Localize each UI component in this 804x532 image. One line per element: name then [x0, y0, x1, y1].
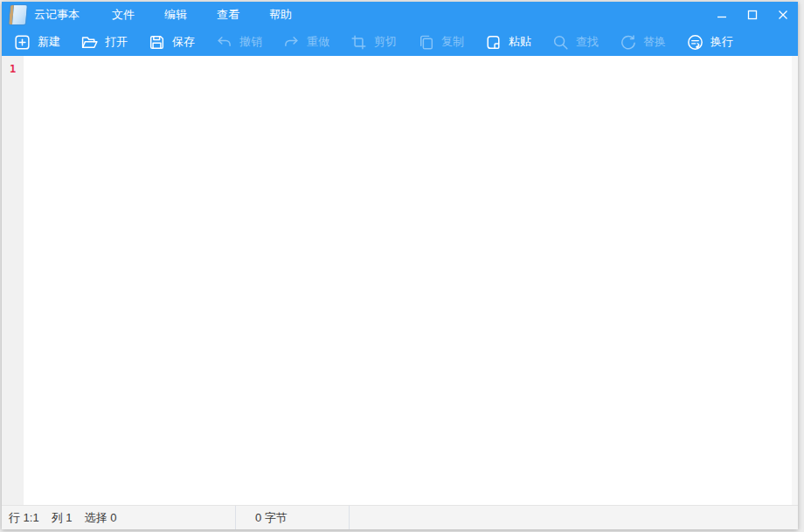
- status-selection: 选择 0: [85, 510, 117, 526]
- find-icon: [551, 33, 570, 52]
- wrap-button[interactable]: 换行: [686, 33, 733, 52]
- undo-button[interactable]: 撤销: [215, 33, 262, 52]
- line-number-gutter: 1: [2, 56, 24, 505]
- copy-button[interactable]: 复制: [417, 33, 464, 52]
- status-column: 列 1: [52, 510, 73, 526]
- minimize-button[interactable]: [706, 2, 737, 28]
- save-button-label: 保存: [172, 34, 195, 50]
- find-button-label: 查找: [576, 34, 599, 50]
- cut-button-label: 剪切: [374, 34, 397, 50]
- copy-icon: [417, 33, 435, 52]
- open-button[interactable]: 打开: [80, 33, 128, 52]
- vertical-scrollbar[interactable]: [792, 56, 798, 505]
- statusbar-bytes-section: 0 字节: [236, 506, 350, 529]
- window-controls: [706, 2, 798, 28]
- redo-icon: [282, 33, 301, 52]
- open-button-label: 打开: [105, 34, 128, 50]
- cut-icon: [350, 33, 368, 52]
- new-button[interactable]: 新建: [13, 33, 60, 52]
- redo-button-label: 重做: [307, 34, 329, 50]
- statusbar-empty-section: [350, 506, 798, 529]
- find-button[interactable]: 查找: [551, 33, 599, 52]
- paste-button[interactable]: 粘贴: [484, 33, 531, 52]
- titlebar: 云记事本 文件 编辑 查看 帮助: [2, 2, 798, 28]
- toolbar: 新建 打开 保存 撤销: [2, 28, 798, 56]
- undo-icon: [215, 33, 233, 52]
- close-button[interactable]: [767, 2, 798, 28]
- save-button[interactable]: 保存: [148, 33, 195, 52]
- menubar: 文件 编辑 查看 帮助: [97, 1, 307, 29]
- undo-button-label: 撤销: [239, 34, 262, 50]
- statusbar-caret-section: 行 1:1 列 1 选择 0: [2, 506, 236, 529]
- text-editor-input[interactable]: [24, 56, 792, 505]
- menu-file[interactable]: 文件: [97, 1, 149, 29]
- open-folder-icon: [80, 33, 99, 52]
- new-button-label: 新建: [38, 34, 60, 50]
- app-window: 云记事本 文件 编辑 查看 帮助 新建: [2, 2, 798, 529]
- line-number: 1: [2, 61, 24, 77]
- notepad-app-icon: [9, 5, 27, 24]
- replace-icon: [619, 33, 637, 52]
- minimize-icon: [717, 10, 727, 20]
- editor-region: 1: [2, 56, 798, 505]
- redo-button[interactable]: 重做: [282, 33, 329, 52]
- paste-button-label: 粘贴: [509, 34, 531, 50]
- cut-button[interactable]: 剪切: [350, 33, 397, 52]
- menu-help[interactable]: 帮助: [254, 1, 307, 29]
- replace-button-label: 替换: [643, 34, 666, 50]
- maximize-button[interactable]: [737, 2, 767, 28]
- maximize-icon: [747, 10, 758, 20]
- close-icon: [778, 10, 788, 20]
- new-file-icon: [13, 33, 31, 52]
- status-line: 行 1:1: [9, 510, 39, 526]
- save-icon: [148, 33, 166, 52]
- wrap-button-label: 换行: [710, 34, 733, 50]
- status-bytes: 0 字节: [255, 510, 288, 526]
- menu-edit[interactable]: 编辑: [149, 1, 202, 29]
- wrap-icon: [686, 33, 704, 52]
- paste-icon: [484, 33, 502, 52]
- statusbar: 行 1:1 列 1 选择 0 0 字节: [2, 505, 798, 529]
- replace-button[interactable]: 替换: [619, 33, 666, 52]
- app-title: 云记事本: [34, 7, 80, 23]
- menu-view[interactable]: 查看: [202, 1, 254, 29]
- copy-button-label: 复制: [441, 34, 464, 50]
